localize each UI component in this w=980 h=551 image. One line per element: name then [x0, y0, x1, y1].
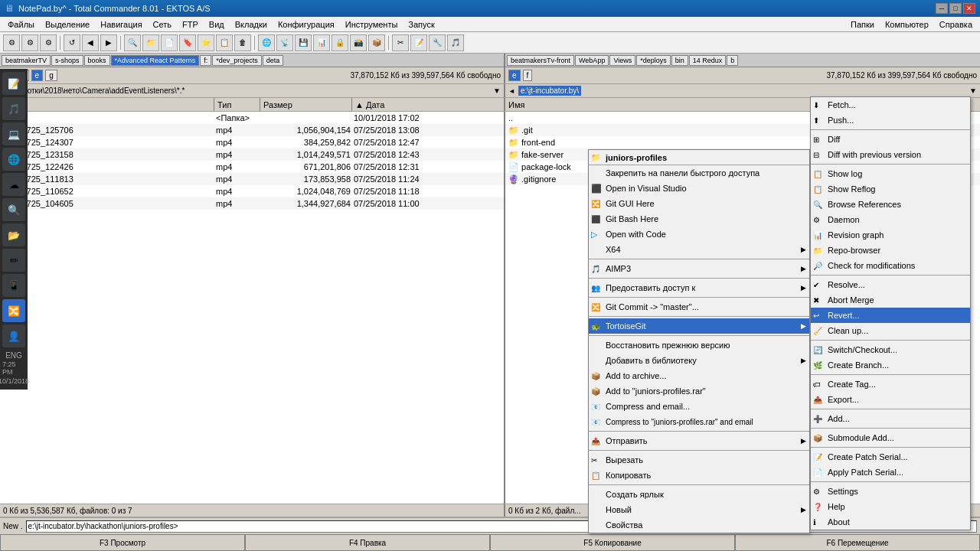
menu-tabs[interactable]: Вкладки [230, 18, 272, 31]
f5-button[interactable]: F5 Копирование [490, 534, 735, 551]
left-tab-3[interactable]: books [84, 55, 110, 66]
cm-git-gui[interactable]: 🔀 Git GUI Here [589, 196, 809, 211]
left-tab-5[interactable]: f: [200, 55, 211, 66]
toolbar-btn-20[interactable]: 📝 [410, 34, 427, 51]
tgit-daemon[interactable]: ⚙ Daemon [811, 212, 970, 227]
toolbar-btn-21[interactable]: 🔧 [429, 34, 446, 51]
toolbar-btn-13[interactable]: 📡 [276, 34, 293, 51]
menu-view[interactable]: Вид [204, 18, 229, 31]
sidebar-prof-icon[interactable]: 👤 [2, 324, 25, 347]
cm-lock-panel[interactable]: Закрепить на панели быстрого доступа [589, 165, 809, 181]
file-row-4[interactable]: 20180725_122426 mp4 671,201,806 07/25/20… [0, 161, 504, 173]
cm-properties[interactable]: Свойства [589, 517, 809, 533]
left-drive-e[interactable]: e [31, 70, 44, 81]
cm-git-commit[interactable]: 🔀 Git Commit -> "master"... [589, 299, 809, 315]
context-menu-tortoisegit[interactable]: ⬇ Fetch... ⬆ Push... ⊞ Diff ⊟ Diff with … [810, 96, 971, 530]
toolbar-back[interactable]: ◀ [82, 34, 99, 51]
cm-restore[interactable]: Восстановить прежнюю версию [589, 337, 809, 353]
menu-launch[interactable]: Запуск [403, 18, 439, 31]
cm-new[interactable]: Новый ▶ [589, 502, 809, 517]
tgit-create-patch-serial[interactable]: 📝 Create Patch Serial... [811, 449, 970, 465]
tgit-show-reflog[interactable]: 📋 Show Reflog [811, 181, 970, 197]
cm-compress-juniors-email[interactable]: 📧 Compress to "juniors-profiles.rar" and… [589, 414, 809, 429]
sidebar-google-icon[interactable]: 🔍 [2, 198, 25, 221]
tgit-revision-graph[interactable]: 📊 Revision graph [811, 227, 970, 243]
col-date[interactable]: ▲ Дата [352, 98, 504, 111]
toolbar-btn-8[interactable]: 🔖 [179, 34, 196, 51]
tgit-fetch[interactable]: ⬇ Fetch... [811, 97, 970, 112]
tgit-export[interactable]: 📤 Export... [811, 392, 970, 407]
sidebar-vibe-icon[interactable]: 🎵 [2, 97, 25, 120]
toolbar-btn-15[interactable]: 📊 [313, 34, 330, 51]
tgit-clean-up[interactable]: 🧹 Clean up... [811, 323, 970, 338]
file-row-5[interactable]: 20180725_111813 mp4 173,853,958 07/25/20… [0, 173, 504, 185]
cm-create-shortcut[interactable]: Создать ярлык [589, 487, 809, 502]
menu-files[interactable]: Файлы [3, 18, 39, 31]
tgit-apply-patch-serial[interactable]: 📄 Apply Patch Serial... [811, 465, 970, 480]
tgit-show-log[interactable]: 📋 Show log [811, 166, 970, 181]
file-row-6[interactable]: 20180725_110652 mp4 1,024,048,769 07/25/… [0, 185, 504, 197]
tgit-push[interactable]: ⬆ Push... [811, 112, 970, 128]
toolbar-btn-2[interactable]: ⚙ [21, 34, 38, 51]
right-tab-5[interactable]: bin [671, 55, 688, 66]
cm-compress-email[interactable]: 📧 Compress and email... [589, 399, 809, 414]
toolbar-btn-5[interactable]: 🔍 [124, 34, 141, 51]
toolbar-btn-22[interactable]: 🎵 [447, 34, 464, 51]
toolbar-forward[interactable]: ▶ [100, 34, 117, 51]
f6-button[interactable]: F6 Перемещение [735, 534, 980, 551]
file-row-2[interactable]: 20180725_124307 mp4 384,259,842 07/25/20… [0, 136, 504, 148]
cm-add-library[interactable]: Добавить в библиотеку ▶ [589, 353, 809, 368]
toolbar-btn-9[interactable]: ⭐ [198, 34, 214, 51]
tgit-resolve[interactable]: ✔ Resolve... [811, 277, 970, 292]
menu-ftp[interactable]: FTP [178, 18, 203, 31]
toolbar-btn-10[interactable]: 📋 [216, 34, 233, 51]
toolbar-btn-3[interactable]: ⚙ [40, 34, 57, 51]
right-tab-6[interactable]: 14 Redux [689, 55, 727, 66]
menu-tools[interactable]: Инструменты [341, 18, 403, 31]
cm-x64[interactable]: X64 ▶ [589, 242, 809, 257]
title-bar-controls[interactable]: ─ □ ✕ [936, 3, 975, 14]
tgit-repo-browser[interactable]: 📁 Repo-browser [811, 243, 970, 258]
toolbar-btn-18[interactable]: 📦 [368, 34, 385, 51]
left-drive-g[interactable]: g [45, 70, 57, 81]
cm-git-bash[interactable]: ⬛ Git Bash Here [589, 211, 809, 227]
menu-net[interactable]: Сеть [149, 18, 176, 31]
cm-add-juniors-rar[interactable]: 📦 Add to "juniors-profiles.rar" [589, 383, 809, 399]
file-row-3[interactable]: 20180725_123158 mp4 1,014,249,571 07/25/… [0, 148, 504, 161]
tgit-add[interactable]: ➕ Add... [811, 411, 970, 426]
sidebar-sky-icon[interactable]: ☁ [2, 173, 25, 196]
toolbar-btn-1[interactable]: ⚙ [3, 34, 20, 51]
toolbar-btn-4[interactable]: ↺ [64, 34, 80, 51]
tgit-settings[interactable]: ⚙ Settings [811, 484, 970, 499]
sidebar-edit-icon[interactable]: ✏ [2, 249, 25, 272]
f4-button[interactable]: F4 Правка [245, 534, 490, 551]
toolbar-btn-11[interactable]: 🗑 [234, 34, 251, 51]
tgit-help[interactable]: ❓ Help [811, 499, 970, 514]
tgit-create-branch[interactable]: 🌿 Create Branch... [811, 357, 970, 373]
cm-add-archive[interactable]: 📦 Add to archive... [589, 368, 809, 383]
tgit-switch-checkout[interactable]: 🔄 Switch/Checkout... [811, 342, 970, 357]
tgit-browse-refs[interactable]: 🔍 Browse References [811, 197, 970, 212]
right-tab-3[interactable]: Views [609, 55, 635, 66]
right-tab-4[interactable]: *deploys [636, 55, 671, 66]
tgit-abort-merge[interactable]: ✖ Abort Merge [811, 292, 970, 308]
right-tab-1[interactable]: beatmakersTv-front [507, 55, 574, 66]
menu-folders[interactable]: Папки [846, 18, 879, 31]
cm-open-code[interactable]: ▷ Open with Code [589, 227, 809, 242]
sidebar-tele-icon[interactable]: 📱 [2, 274, 25, 297]
menu-selection[interactable]: Выделение [41, 18, 94, 31]
tgit-diff-prev[interactable]: ⊟ Diff with previous version [811, 147, 970, 162]
toolbar-btn-14[interactable]: 💾 [295, 34, 312, 51]
right-drive-f[interactable]: f [523, 70, 533, 81]
file-row-up[interactable]: .. <Папка> 10/01/2018 17:02 [0, 112, 504, 124]
toolbar-btn-7[interactable]: 📄 [161, 34, 178, 51]
tgit-submodule-add[interactable]: 📦 Submodule Add... [811, 430, 970, 445]
sidebar-proj-icon[interactable]: 💻 [2, 122, 25, 145]
sidebar-notepad-icon[interactable]: 📝 [2, 72, 25, 95]
cm-open-vs[interactable]: ⬛ Open in Visual Studio [589, 181, 809, 196]
f3-button[interactable]: F3 Просмотр [0, 534, 245, 551]
menu-config[interactable]: Конфигурация [273, 18, 339, 31]
right-tab-7[interactable]: b [727, 55, 738, 66]
col-type[interactable]: Тип [214, 98, 260, 111]
menu-navigation[interactable]: Навигация [96, 18, 146, 31]
